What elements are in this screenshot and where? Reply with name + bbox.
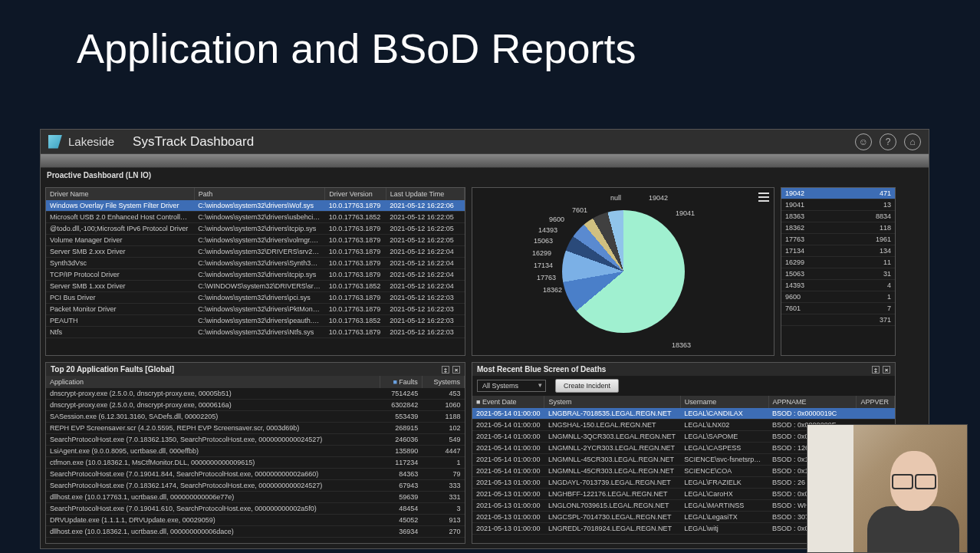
- table-cell: 6302842: [380, 400, 423, 411]
- table-row[interactable]: SearchProtocolHost.exe (7.0.18362.1350, …: [46, 434, 465, 446]
- table-cell: 16299: [781, 257, 843, 268]
- table-cell: 10.0.17763.1852: [325, 212, 386, 223]
- table-cell: 1961: [843, 234, 895, 245]
- table-row[interactable]: @todo.dll,-100;Microsoft IPv6 Protocol D…: [46, 223, 465, 235]
- table-cell: TCP/IP Protocol Driver: [46, 269, 194, 281]
- table-row[interactable]: Volume Manager DriverC:\windows\system32…: [46, 235, 465, 246]
- table-row[interactable]: Windows Overlay File System Filter Drive…: [46, 200, 465, 212]
- column-header[interactable]: APPNAME: [768, 396, 857, 408]
- table-row[interactable]: SearchProtocolHost.exe (7.0.18362.1474, …: [46, 480, 465, 492]
- table-cell: 2021-05-12 16:22:05: [386, 212, 464, 223]
- column-header[interactable]: Faults: [380, 376, 423, 388]
- column-header[interactable]: System: [544, 396, 680, 408]
- column-header[interactable]: Path: [194, 188, 324, 200]
- table-cell: 2021-05-14 01:00:00: [472, 420, 544, 431]
- table-row[interactable]: 76017: [781, 303, 895, 314]
- table-row[interactable]: 2021-05-14 01:00:00LNGBRAL-7018535.LEGAL…: [472, 408, 895, 420]
- table-row[interactable]: 96001: [781, 291, 895, 303]
- table-row[interactable]: SearchProtocolHost.exe (7.0.19041.610, S…: [46, 503, 465, 515]
- table-cell: dllhost.exe (10.0.17763.1, ucrtbase.dll,…: [46, 492, 380, 503]
- table-cell: LNGBRAL-7018535.LEGAL.REGN.NET: [544, 408, 680, 420]
- table-cell: 10.0.17763.1879: [325, 246, 386, 258]
- table-cell: 7514245: [380, 388, 423, 400]
- table-row[interactable]: 1506331: [781, 268, 895, 280]
- table-cell: 270: [422, 526, 464, 538]
- pie-label: null: [610, 194, 621, 202]
- home-icon[interactable]: ⌂: [904, 133, 921, 150]
- table-cell: LNGCSPL-7014730.LEGAL.REGN.NET: [544, 512, 680, 523]
- panel-close-icon[interactable]: ×: [883, 366, 890, 374]
- table-row[interactable]: dnscrypt-proxy.exe (2.5.0.0, dnscrypt-pr…: [46, 400, 465, 411]
- table-row[interactable]: TCP/IP Protocol DriverC:\windows\system3…: [46, 269, 465, 281]
- column-header[interactable]: Last Update Time: [386, 188, 464, 200]
- help-icon[interactable]: ?: [880, 133, 896, 150]
- table-row[interactable]: 183638834: [781, 211, 895, 222]
- table-row[interactable]: 18362118: [781, 222, 895, 234]
- column-header[interactable]: Systems: [422, 376, 464, 388]
- table-cell: 10.0.17763.1852: [325, 315, 386, 327]
- table-cell: LNGMNLL-45CR303.LEGAL.REGN.NET: [544, 454, 680, 466]
- faults-table[interactable]: ApplicationFaultsSystems dnscrypt-proxy.…: [46, 376, 465, 538]
- panel-pin-icon[interactable]: ‡: [442, 366, 449, 374]
- table-row[interactable]: Microsoft USB 2.0 Enhanced Host Controll…: [46, 212, 465, 223]
- column-header[interactable]: Event Date: [472, 396, 544, 408]
- drivers-panel: Driver NamePathDriver VersionLast Update…: [45, 187, 465, 356]
- table-cell: 10.0.17763.1879: [325, 235, 386, 246]
- table-row[interactable]: LsiAgent.exe (9.0.0.8095, ucrtbase.dll, …: [46, 446, 465, 457]
- table-row[interactable]: NtfsC:\windows\system32\drivers\Ntfs.sys…: [46, 327, 465, 338]
- table-row[interactable]: PCI Bus DriverC:\windows\system32\driver…: [46, 292, 465, 304]
- column-header[interactable]: APPVER: [857, 396, 895, 408]
- stats-table[interactable]: 1904247119041131836388341836211817763196…: [781, 188, 895, 326]
- table-cell: 2021-05-12 16:22:05: [386, 235, 464, 246]
- table-row[interactable]: 17134134: [781, 245, 895, 257]
- table-row[interactable]: REPH EVP Screensaver.scr (4.2.0.5595, RE…: [46, 423, 465, 434]
- presenter-webcam: [807, 424, 968, 553]
- table-cell: 2021-05-14 01:00:00: [472, 431, 544, 443]
- table-row[interactable]: dllhost.exe (10.0.17763.1, ucrtbase.dll,…: [46, 492, 465, 503]
- table-row[interactable]: PEAUTHC:\windows\system32\drivers\peauth…: [46, 315, 465, 327]
- table-row[interactable]: 1904113: [781, 199, 895, 211]
- table-row[interactable]: dllhost.exe (10.0.18362.1, ucrtbase.dll,…: [46, 526, 465, 538]
- table-cell: 2021-05-14 01:00:00: [472, 454, 544, 466]
- table-cell: 79: [422, 469, 464, 480]
- table-row[interactable]: 19042471: [781, 188, 895, 199]
- table-cell: C:\windows\system32\drivers\pci.sys: [194, 292, 324, 304]
- table-cell: 2021-05-14 01:00:00: [472, 408, 544, 420]
- table-row[interactable]: ctfmon.exe (10.0.18362.1, MsCtfMonitor.D…: [46, 457, 465, 469]
- table-cell: 10.0.17763.1879: [325, 258, 386, 269]
- table-row[interactable]: 371: [781, 314, 895, 326]
- table-cell: 3: [422, 503, 464, 515]
- table-row[interactable]: SASession.exe (6.12.301.3160, SADefs.dll…: [46, 411, 465, 423]
- table-cell: 7601: [781, 303, 843, 314]
- table-row[interactable]: 177631961: [781, 234, 895, 245]
- table-row[interactable]: Server SMB 1.xxx DriverC:\WINDOWS\system…: [46, 281, 465, 292]
- table-cell: LNGDAYL-7013739.LEGAL.REGN.NET: [544, 477, 680, 489]
- table-row[interactable]: Synth3dVscC:\windows\system32\drivers\Sy…: [46, 258, 465, 269]
- table-row[interactable]: DRVUpdate.exe (1.1.1.1, DRVUpdate.exe, 0…: [46, 515, 465, 526]
- column-header[interactable]: Username: [680, 396, 768, 408]
- table-row[interactable]: Packet Monitor DriverC:\windows\system32…: [46, 304, 465, 315]
- column-header[interactable]: Application: [46, 376, 380, 388]
- pie-label: 16299: [532, 249, 551, 257]
- table-cell: 59639: [380, 492, 423, 503]
- table-row[interactable]: 143934: [781, 280, 895, 291]
- drivers-table[interactable]: Driver NamePathDriver VersionLast Update…: [46, 188, 465, 338]
- panel-pin-icon[interactable]: ‡: [872, 366, 880, 374]
- pie-label: 18363: [672, 341, 691, 349]
- column-header[interactable]: Driver Name: [46, 188, 194, 200]
- table-row[interactable]: SearchProtocolHost.exe (7.0.19041.844, S…: [46, 469, 465, 480]
- table-row[interactable]: 1629911: [781, 257, 895, 268]
- table-cell: 17763: [781, 234, 843, 245]
- table-cell: 2021-05-12 16:22:05: [386, 223, 464, 235]
- table-cell: C:\WINDOWS\system32\DRIVERS\srv.sys: [194, 281, 324, 292]
- table-cell: 2021-05-13 01:00:00: [472, 523, 544, 535]
- table-row[interactable]: dnscrypt-proxy.exe (2.5.0.0, dnscrypt-pr…: [46, 388, 465, 400]
- table-row[interactable]: Server SMB 2.xxx DriverC:\windows\system…: [46, 246, 465, 258]
- column-header[interactable]: Driver Version: [325, 188, 386, 200]
- table-cell: SCIENCE\COA: [680, 466, 768, 477]
- chat-icon[interactable]: ☺: [855, 133, 872, 150]
- panel-close-icon[interactable]: ×: [452, 366, 460, 374]
- table-cell: 4447: [422, 446, 464, 457]
- systems-dropdown[interactable]: All Systems: [477, 380, 546, 392]
- create-incident-button[interactable]: Create Incident: [555, 379, 619, 393]
